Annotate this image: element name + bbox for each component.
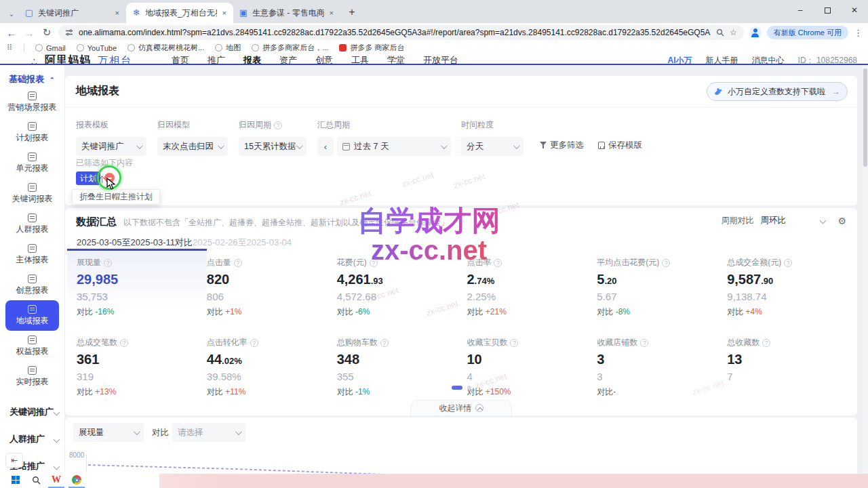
sidebar-item[interactable]: 实时报表 <box>5 361 59 392</box>
compare-label: 周期对比 <box>721 215 753 226</box>
compare-select[interactable]: 周环比 <box>760 215 825 226</box>
sidebar-item-label: 地域报表 <box>16 316 49 325</box>
metric-previous-value: 9,138.74 <box>727 291 857 302</box>
brand-alimama: 阿里妈妈 <box>45 54 91 65</box>
app-nav-item[interactable]: 首页 <box>172 54 189 65</box>
browser-tab[interactable]: ❄ 地域报表_万相台无界版 × <box>126 3 233 23</box>
start-button[interactable] <box>5 472 26 488</box>
app-nav-item[interactable]: 资产 <box>279 54 297 65</box>
metric-diff: 对比 -8% <box>597 306 727 318</box>
app-nav-item[interactable]: 学堂 <box>387 54 405 65</box>
app-nav-item[interactable]: 创意 <box>315 54 333 65</box>
bookmark-item[interactable]: Gmail <box>35 43 66 53</box>
sidebar-group[interactable]: 关键词推广 <box>0 399 64 426</box>
alimama-logo-icon <box>31 56 41 65</box>
time-granularity-select[interactable]: 分天 <box>461 137 524 156</box>
sidebar-item[interactable]: 营销场景报表 <box>5 87 59 117</box>
zoom-icon[interactable] <box>716 28 724 37</box>
sidebar-item[interactable]: 主体报表 <box>5 239 59 270</box>
more-filters-button[interactable]: 更多筛选 <box>540 136 584 155</box>
chrome-update-button[interactable]: 有新版 Chrome 可用 <box>767 26 848 39</box>
restore-button[interactable] <box>814 0 841 20</box>
bookmark-star-icon[interactable]: ☆ <box>730 28 737 37</box>
app-nav-item[interactable]: 工具 <box>351 54 369 65</box>
save-template-button[interactable]: 保存模版 <box>598 136 642 155</box>
bookmark-item[interactable]: YouTube <box>77 43 117 53</box>
newbie-manual-link[interactable]: 新人手册 <box>706 55 738 66</box>
tab-close-icon[interactable]: × <box>221 9 228 17</box>
refresh-icon[interactable]: ↻ <box>41 26 53 39</box>
back-icon[interactable]: ← <box>5 27 18 39</box>
metric-card[interactable]: 总成交金额(元)? 9,587.90 9,138.74 对比 +4% <box>727 249 857 318</box>
close-button[interactable]: ✕ <box>841 0 868 20</box>
browser-tab[interactable]: ▣ 生意参谋 - 零售电商大数据产... × <box>233 3 340 23</box>
wps-icon[interactable]: W <box>46 472 66 488</box>
chart-metric-select[interactable]: 展现量 <box>73 423 144 442</box>
sidebar-group[interactable]: 人群推广 <box>0 426 64 453</box>
forward-icon[interactable]: → <box>23 27 35 39</box>
app-nav-item[interactable]: 报表 <box>243 54 261 65</box>
info-icon: ? <box>762 339 770 347</box>
metric-card[interactable]: 点击量? 820 806 对比 +1% <box>207 249 337 318</box>
attribution-window-select[interactable]: 15天累计数据 <box>239 137 307 156</box>
apps-grid-icon[interactable]: ⠿ <box>7 43 13 52</box>
metric-card[interactable]: 花费(元)? 4,261.93 4,572.68 对比 -6% <box>337 249 467 318</box>
select-value: 15天累计数据 <box>244 141 296 152</box>
new-tab-button[interactable]: + <box>343 3 361 21</box>
bookmark-item[interactable]: 拼多多 商家后台 <box>339 43 404 53</box>
sidebar-item[interactable]: 计划报表 <box>5 117 59 148</box>
page-scrollbar[interactable] <box>863 65 868 474</box>
previous-period-button[interactable]: ‹ <box>317 137 334 156</box>
metric-card[interactable]: 平均点击花费(元)? 5.20 5.67 对比 -8% <box>597 249 727 318</box>
sidebar-item[interactable]: 人群报表 <box>5 209 59 239</box>
metric-card[interactable]: 点击率? 2.74% 2.25% 对比 +21% <box>467 249 597 318</box>
chart-compare-select[interactable]: 请选择 <box>172 423 245 442</box>
xiaowan-download-banner[interactable]: 小万自定义查数支持下载啦 → <box>707 82 848 101</box>
sidebar-item[interactable]: 地域报表 <box>5 300 59 331</box>
date-range-select[interactable]: 过去 7 天 <box>337 137 451 156</box>
bookmarks-bar: ⠿ Gmail YouTube 仿真樱花树桃花树... 地图 拼多多商家后台，.… <box>0 42 868 54</box>
pagination-dot[interactable] <box>467 386 471 390</box>
address-bar[interactable]: one.alimama.com/index.html?spm=a21dvs.28… <box>58 25 744 40</box>
pagination-dot-active[interactable] <box>452 386 462 390</box>
ai-xiaowan-link[interactable]: AI小万 <box>668 55 692 66</box>
sidebar-item[interactable]: 权益报表 <box>5 331 59 361</box>
tab-close-icon[interactable]: × <box>114 9 121 17</box>
sidebar-item[interactable]: 关键词报表 <box>5 178 59 209</box>
bookmark-item[interactable]: 拼多多商家后台，... <box>252 43 328 53</box>
tab-close-icon[interactable]: × <box>328 9 335 17</box>
collapse-sidebar-button[interactable]: ⇤ <box>5 453 23 468</box>
sidebar-section-basic-reports[interactable]: 基础报表⌃ <box>0 65 64 87</box>
info-icon: ? <box>380 339 389 347</box>
gear-icon[interactable]: ⚙ <box>837 216 846 226</box>
site-settings-icon[interactable] <box>65 28 73 37</box>
sidebar-item[interactable]: 单元报表 <box>5 148 59 178</box>
bookmark-item[interactable]: 仿真樱花树桃花树... <box>127 43 204 53</box>
report-sidebar: 基础报表⌃ 营销场景报表 计划报表 单元报表 关键词报表 <box>0 65 64 472</box>
browser-tab[interactable]: ▢ 关键词推广 × <box>19 3 126 23</box>
bookmark-item[interactable]: 地图 <box>215 43 241 53</box>
app-nav-item[interactable]: 开放平台 <box>423 54 458 65</box>
message-center-link[interactable]: 消息中心 <box>752 55 785 66</box>
sidebar-item-label: 实时报表 <box>16 377 49 386</box>
app-nav-item[interactable]: 推广 <box>208 54 225 65</box>
filter-label-granularity: 时间粒度 <box>461 119 524 131</box>
browser-toolbar: ← → ↻ one.alimama.com/index.html?spm=a21… <box>0 23 868 42</box>
collapse-details-button[interactable]: 收起详情 <box>410 400 512 415</box>
metric-card[interactable]: 展现量? 29,985 35,753 对比 -16% <box>67 249 207 318</box>
chrome-icon[interactable] <box>66 472 87 488</box>
report-doc-icon <box>28 92 37 100</box>
browser-menu-icon[interactable]: ⋮ <box>854 28 863 38</box>
sidebar-item[interactable]: 创意报表 <box>5 270 59 300</box>
minimize-button[interactable]: – <box>787 0 814 20</box>
report-template-select[interactable]: 关键词推广 <box>76 137 146 156</box>
divider <box>65 107 857 108</box>
metric-value: 29,985 <box>77 272 207 287</box>
metric-previous-value: 39.58% <box>207 371 337 382</box>
profile-avatar[interactable] <box>749 26 762 39</box>
attribution-model-select[interactable]: 末次点击归因 <box>157 137 228 156</box>
scrollbar-thumb[interactable] <box>863 68 867 167</box>
taskbar-search-icon[interactable] <box>26 472 46 488</box>
tab-search-chevron-icon[interactable]: ⌄ <box>4 4 19 23</box>
tab-title: 地域报表_万相台无界版 <box>145 7 217 19</box>
